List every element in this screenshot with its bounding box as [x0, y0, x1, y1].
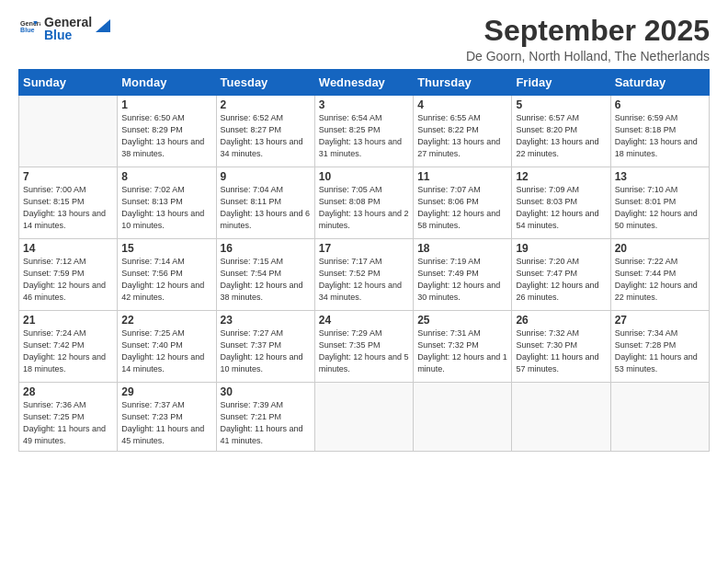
day-cell: 10Sunrise: 7:05 AM Sunset: 8:08 PM Dayli…	[314, 167, 413, 239]
day-number: 10	[319, 170, 409, 183]
day-number: 22	[121, 314, 211, 327]
day-number: 29	[121, 385, 211, 398]
day-number: 6	[615, 98, 705, 111]
day-cell	[19, 96, 118, 167]
logo: General Blue General Blue	[18, 15, 112, 42]
day-cell: 21Sunrise: 7:24 AM Sunset: 7:42 PM Dayli…	[19, 311, 118, 383]
day-info: Sunrise: 7:39 AM Sunset: 7:21 PM Dayligh…	[221, 399, 311, 447]
day-info: Sunrise: 7:22 AM Sunset: 7:44 PM Dayligh…	[615, 256, 705, 304]
day-number: 23	[221, 314, 311, 327]
day-cell: 5Sunrise: 6:57 AM Sunset: 8:20 PM Daylig…	[512, 96, 610, 167]
day-cell	[414, 383, 512, 452]
day-cell	[314, 383, 413, 452]
logo-blue-text: Blue	[44, 28, 92, 42]
day-info: Sunrise: 7:24 AM Sunset: 7:42 PM Dayligh…	[23, 327, 113, 375]
col-header-friday: Friday	[512, 70, 610, 96]
day-cell: 2Sunrise: 6:52 AM Sunset: 8:27 PM Daylig…	[216, 96, 314, 167]
week-row-3: 14Sunrise: 7:12 AM Sunset: 7:59 PM Dayli…	[19, 239, 710, 311]
logo-triangle-icon	[94, 16, 112, 34]
day-info: Sunrise: 6:55 AM Sunset: 8:22 PM Dayligh…	[417, 112, 507, 160]
col-header-thursday: Thursday	[414, 70, 512, 96]
day-info: Sunrise: 6:54 AM Sunset: 8:25 PM Dayligh…	[319, 112, 409, 160]
day-info: Sunrise: 7:25 AM Sunset: 7:40 PM Dayligh…	[121, 327, 211, 375]
day-info: Sunrise: 7:09 AM Sunset: 8:03 PM Dayligh…	[516, 184, 606, 232]
day-number: 2	[221, 98, 311, 111]
day-cell: 15Sunrise: 7:14 AM Sunset: 7:56 PM Dayli…	[118, 239, 216, 311]
day-number: 4	[417, 98, 507, 111]
day-number: 12	[516, 170, 606, 183]
day-number: 5	[516, 98, 606, 111]
day-number: 26	[516, 314, 606, 327]
day-cell: 14Sunrise: 7:12 AM Sunset: 7:59 PM Dayli…	[19, 239, 118, 311]
day-cell: 19Sunrise: 7:20 AM Sunset: 7:47 PM Dayli…	[512, 239, 610, 311]
day-number: 15	[121, 242, 211, 255]
day-info: Sunrise: 7:32 AM Sunset: 7:30 PM Dayligh…	[516, 327, 606, 375]
day-number: 7	[23, 170, 113, 183]
day-info: Sunrise: 7:07 AM Sunset: 8:06 PM Dayligh…	[417, 184, 507, 232]
week-row-1: 1Sunrise: 6:50 AM Sunset: 8:29 PM Daylig…	[19, 96, 710, 167]
day-number: 8	[121, 170, 211, 183]
day-info: Sunrise: 7:10 AM Sunset: 8:01 PM Dayligh…	[615, 184, 705, 232]
day-info: Sunrise: 7:14 AM Sunset: 7:56 PM Dayligh…	[121, 256, 211, 304]
day-cell: 28Sunrise: 7:36 AM Sunset: 7:25 PM Dayli…	[19, 383, 118, 452]
day-number: 17	[319, 242, 409, 255]
day-cell: 3Sunrise: 6:54 AM Sunset: 8:25 PM Daylig…	[314, 96, 413, 167]
day-number: 30	[221, 385, 311, 398]
day-number: 20	[615, 242, 705, 255]
day-info: Sunrise: 7:34 AM Sunset: 7:28 PM Dayligh…	[615, 327, 705, 375]
col-header-saturday: Saturday	[610, 70, 709, 96]
col-header-monday: Monday	[118, 70, 216, 96]
day-cell: 1Sunrise: 6:50 AM Sunset: 8:29 PM Daylig…	[118, 96, 216, 167]
day-info: Sunrise: 7:31 AM Sunset: 7:32 PM Dayligh…	[417, 327, 507, 375]
title-block: September 2025 De Goorn, North Holland, …	[466, 15, 710, 63]
header-row: SundayMondayTuesdayWednesdayThursdayFrid…	[19, 70, 710, 96]
day-number: 21	[23, 314, 113, 327]
day-number: 19	[516, 242, 606, 255]
day-cell: 7Sunrise: 7:00 AM Sunset: 8:15 PM Daylig…	[19, 167, 118, 239]
week-row-2: 7Sunrise: 7:00 AM Sunset: 8:15 PM Daylig…	[19, 167, 710, 239]
day-info: Sunrise: 7:00 AM Sunset: 8:15 PM Dayligh…	[23, 184, 113, 232]
day-info: Sunrise: 7:37 AM Sunset: 7:23 PM Dayligh…	[121, 399, 211, 447]
day-number: 27	[615, 314, 705, 327]
day-cell: 12Sunrise: 7:09 AM Sunset: 8:03 PM Dayli…	[512, 167, 610, 239]
day-cell: 11Sunrise: 7:07 AM Sunset: 8:06 PM Dayli…	[414, 167, 512, 239]
day-number: 3	[319, 98, 409, 111]
day-info: Sunrise: 7:12 AM Sunset: 7:59 PM Dayligh…	[23, 256, 113, 304]
day-info: Sunrise: 7:04 AM Sunset: 8:11 PM Dayligh…	[221, 184, 311, 232]
day-info: Sunrise: 6:50 AM Sunset: 8:29 PM Dayligh…	[121, 112, 211, 160]
day-number: 11	[417, 170, 507, 183]
day-info: Sunrise: 6:59 AM Sunset: 8:18 PM Dayligh…	[615, 112, 705, 160]
day-number: 13	[615, 170, 705, 183]
day-info: Sunrise: 7:20 AM Sunset: 7:47 PM Dayligh…	[516, 256, 606, 304]
col-header-tuesday: Tuesday	[216, 70, 314, 96]
day-info: Sunrise: 6:52 AM Sunset: 8:27 PM Dayligh…	[221, 112, 311, 160]
day-cell: 6Sunrise: 6:59 AM Sunset: 8:18 PM Daylig…	[610, 96, 709, 167]
day-number: 25	[417, 314, 507, 327]
day-cell: 9Sunrise: 7:04 AM Sunset: 8:11 PM Daylig…	[216, 167, 314, 239]
day-info: Sunrise: 7:29 AM Sunset: 7:35 PM Dayligh…	[319, 327, 409, 375]
col-header-sunday: Sunday	[19, 70, 118, 96]
day-info: Sunrise: 7:36 AM Sunset: 7:25 PM Dayligh…	[23, 399, 113, 447]
svg-marker-3	[96, 19, 110, 32]
day-cell: 17Sunrise: 7:17 AM Sunset: 7:52 PM Dayli…	[314, 239, 413, 311]
day-info: Sunrise: 7:19 AM Sunset: 7:49 PM Dayligh…	[417, 256, 507, 304]
day-cell: 27Sunrise: 7:34 AM Sunset: 7:28 PM Dayli…	[610, 311, 709, 383]
day-number: 18	[417, 242, 507, 255]
day-info: Sunrise: 6:57 AM Sunset: 8:20 PM Dayligh…	[516, 112, 606, 160]
subtitle: De Goorn, North Holland, The Netherlands	[466, 49, 710, 63]
day-cell: 8Sunrise: 7:02 AM Sunset: 8:13 PM Daylig…	[118, 167, 216, 239]
day-cell	[610, 383, 709, 452]
day-cell: 13Sunrise: 7:10 AM Sunset: 8:01 PM Dayli…	[610, 167, 709, 239]
col-header-wednesday: Wednesday	[314, 70, 413, 96]
day-cell: 4Sunrise: 6:55 AM Sunset: 8:22 PM Daylig…	[414, 96, 512, 167]
day-info: Sunrise: 7:27 AM Sunset: 7:37 PM Dayligh…	[221, 327, 311, 375]
day-cell: 24Sunrise: 7:29 AM Sunset: 7:35 PM Dayli…	[314, 311, 413, 383]
day-number: 16	[221, 242, 311, 255]
day-cell	[512, 383, 610, 452]
day-cell: 16Sunrise: 7:15 AM Sunset: 7:54 PM Dayli…	[216, 239, 314, 311]
day-info: Sunrise: 7:05 AM Sunset: 8:08 PM Dayligh…	[319, 184, 409, 232]
calendar: SundayMondayTuesdayWednesdayThursdayFrid…	[18, 69, 710, 452]
day-cell: 20Sunrise: 7:22 AM Sunset: 7:44 PM Dayli…	[610, 239, 709, 311]
month-title: September 2025	[466, 15, 710, 47]
week-row-4: 21Sunrise: 7:24 AM Sunset: 7:42 PM Dayli…	[19, 311, 710, 383]
